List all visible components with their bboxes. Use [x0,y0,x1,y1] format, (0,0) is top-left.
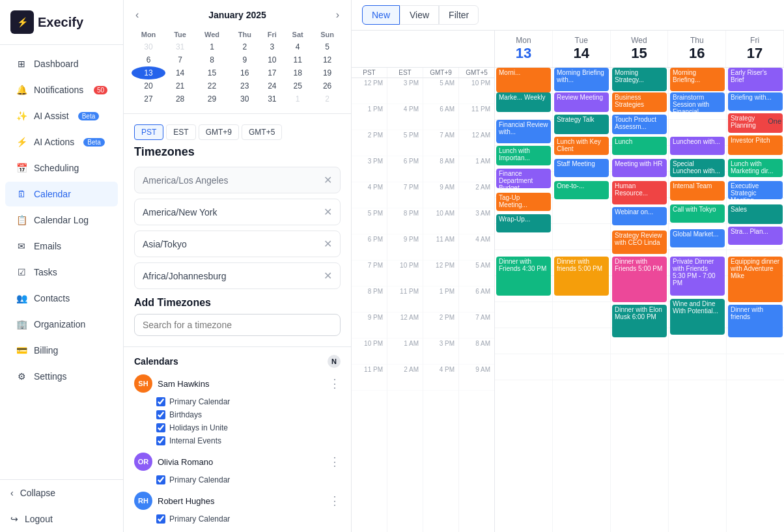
sidebar-item-calendar-log[interactable]: 📋 Calendar Log [5,208,118,232]
mini-cal-day[interactable]: 1 [195,40,229,53]
mini-cal-day[interactable]: 4 [284,40,311,53]
calendar-checkbox-primary-robert[interactable] [156,514,165,524]
calendar-event[interactable]: Equipping dinner with Adventure Mike [728,257,783,302]
mini-cal-day[interactable]: 23 [229,79,260,92]
calendar-event[interactable]: Review Meeting [554,92,609,112]
calendar-event[interactable]: Morni... [496,68,551,92]
user-more-button-sam[interactable]: ⋮ [329,376,341,391]
mini-cal-day[interactable]: 28 [165,92,195,105]
next-month-button[interactable]: › [332,8,343,22]
mini-cal-day[interactable]: 3 [260,40,285,53]
mini-cal-day[interactable]: 31 [260,92,285,105]
mini-cal-day[interactable]: 2 [311,92,343,105]
mini-cal-day-today[interactable]: 13 [132,66,165,79]
calendar-event[interactable]: Special Luncheon with... [670,159,725,177]
sidebar-item-contacts[interactable]: 👥 Contacts [5,286,118,311]
calendar-event[interactable]: Meeting with HR [612,159,667,177]
sidebar-item-notifications[interactable]: 🔔 Notifications 50 [5,77,118,102]
timezone-remove-button[interactable]: ✕ [324,238,332,250]
calendar-checkbox-birthdays[interactable] [156,410,165,419]
calendar-event[interactable]: Dinner with Elon Musk 6:00 PM [612,305,667,337]
mini-cal-day[interactable]: 11 [284,53,311,66]
sidebar-item-billing[interactable]: 💳 Billing [5,338,118,363]
tz-tab-pst[interactable]: PST [134,124,163,140]
calendar-event[interactable]: Internal Team [670,181,725,201]
mini-cal-day[interactable]: 30 [229,92,260,105]
user-more-button-olivia[interactable]: ⋮ [329,455,341,469]
sidebar-item-ai-assist[interactable]: ✨ AI Assist Beta [5,104,118,128]
toolbar-new-button[interactable]: New [362,5,400,25]
calendar-event[interactable]: Lunch with Marketing dir... [728,159,783,177]
mini-cal-day[interactable]: 18 [284,66,311,79]
calendar-event[interactable]: Briefing with... [728,92,783,111]
sidebar-item-calendar[interactable]: 🗓 Calendar [5,182,118,206]
toolbar-filter-button[interactable]: Filter [439,5,479,25]
timezone-remove-button[interactable]: ✕ [324,270,332,282]
calendar-event[interactable]: Touch Product Assessm... [612,115,667,134]
toolbar-view-button[interactable]: View [400,5,439,25]
mini-cal-day[interactable]: 8 [195,53,229,66]
calendar-event[interactable]: Global Market... [670,229,725,247]
tz-tab-gmt5[interactable]: GMT+5 [242,124,282,140]
mini-cal-day[interactable]: 21 [165,79,195,92]
calendar-checkbox-internal[interactable] [156,436,165,445]
calendar-event[interactable]: Executive Strategic Meeting [728,181,783,199]
calendar-event[interactable]: Lunch with Importan... [496,146,551,165]
calendar-event[interactable]: Marke... Weekly [496,92,551,112]
calendar-event[interactable]: Investor Pitch [728,135,783,155]
calendar-event[interactable]: Morning Strategy... [612,68,667,91]
mini-cal-day[interactable]: 2 [229,40,260,53]
mini-cal-day[interactable]: 7 [165,53,195,66]
calendar-event[interactable]: Dinner with Friends 5:00 PM [612,257,667,302]
mini-cal-day[interactable]: 26 [311,79,343,92]
mini-cal-day[interactable]: 16 [229,66,260,79]
calendar-event[interactable]: Strategy Review with CEO Linda [612,231,667,254]
sidebar-item-tasks[interactable]: ☑ Tasks [5,260,118,285]
sidebar-item-ai-actions[interactable]: ⚡ AI Actions Beta [5,130,118,154]
calendar-event[interactable]: Dinner with friends 5:00 PM [554,257,609,296]
mini-cal-day[interactable]: 22 [195,79,229,92]
mini-cal-day[interactable]: 27 [132,92,165,105]
calendar-checkbox-primary-sam[interactable] [156,397,165,406]
mini-cal-day[interactable]: 24 [260,79,285,92]
mini-cal-day[interactable]: 20 [132,79,165,92]
mini-cal-day[interactable]: 19 [311,66,343,79]
calendar-checkbox-holidays[interactable] [156,423,165,432]
calendar-event[interactable]: Dinner with friends [728,305,783,337]
calendars-add-button[interactable]: N [328,355,341,368]
sidebar-item-settings[interactable]: ⚙ Settings [5,364,118,389]
timezone-remove-button[interactable]: ✕ [324,174,332,186]
calendar-event[interactable]: Early Riser's Brief [728,68,783,91]
prev-month-button[interactable]: ‹ [132,8,143,22]
mini-cal-day[interactable]: 1 [284,92,311,105]
sidebar-item-scheduling[interactable]: 📅 Scheduling [5,156,118,180]
collapse-button[interactable]: ‹ Collapse [0,480,123,506]
calendar-event[interactable]: Human Resource... [612,181,667,204]
calendar-event[interactable]: Morning Briefing with... [554,68,609,91]
calendar-event[interactable]: Staff Meeting [554,159,609,177]
mini-cal-day[interactable]: 5 [311,40,343,53]
calendar-event[interactable]: Strategy Talk [554,115,609,134]
mini-cal-day[interactable]: 12 [311,53,343,66]
mini-cal-day[interactable]: 30 [132,40,165,53]
timezone-search-input[interactable] [134,314,341,336]
calendar-event[interactable]: Lunch [612,137,667,155]
mini-cal-day[interactable]: 15 [195,66,229,79]
calendar-event[interactable]: Lunch with Key Client [554,137,609,155]
mini-cal-day[interactable]: 25 [284,79,311,92]
mini-cal-day[interactable]: 9 [229,53,260,66]
calendar-event[interactable]: Private Dinner with Friends 5:30 PM - 7:… [670,257,725,296]
calendar-event[interactable]: Business Strategies [612,92,667,112]
calendar-event[interactable]: Luncheon with... [670,137,725,155]
tz-tab-est[interactable]: EST [166,124,195,140]
mini-cal-day[interactable]: 29 [195,92,229,105]
calendar-event[interactable]: Wine and Dine With Potential... [670,299,725,335]
calendar-event[interactable]: Call with Tokyo [670,204,725,223]
mini-cal-day[interactable]: 10 [260,53,285,66]
mini-cal-day[interactable]: 31 [165,40,195,53]
sidebar-item-emails[interactable]: ✉ Emails [5,234,118,259]
logout-button[interactable]: ↪ Logout [0,506,123,532]
sidebar-item-organization[interactable]: 🏢 Organization [5,312,118,337]
mini-cal-day[interactable]: 17 [260,66,285,79]
calendar-event[interactable]: Finance Department Budget... [496,169,551,188]
